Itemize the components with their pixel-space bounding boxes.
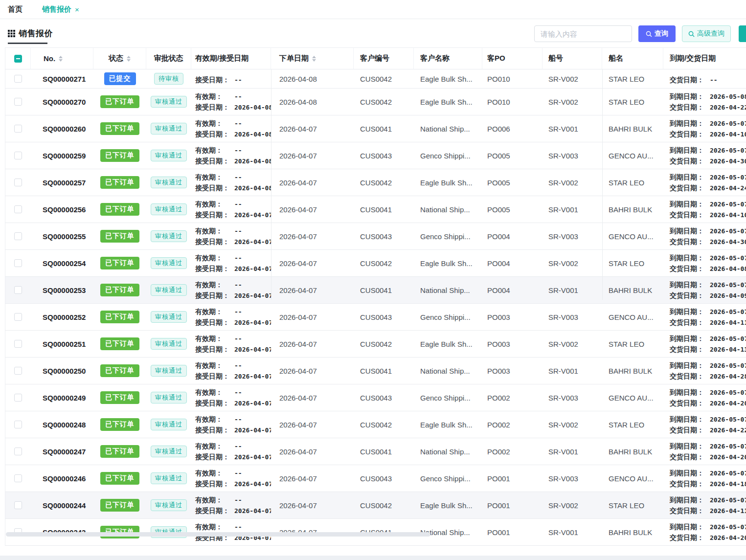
order-date-cell: 2026-04-07 <box>271 179 354 187</box>
table-cell: 有效期：--接受日期：2026-04-08 <box>191 146 271 166</box>
table-row[interactable]: SQ00000250已下订单审核通过有效期：--接受日期：2026-04-072… <box>5 358 746 384</box>
header-validity: 有效期/接受日期 <box>191 48 271 69</box>
row-checkbox[interactable] <box>14 232 22 240</box>
row-checkbox[interactable] <box>14 179 22 186</box>
date-value: 2026-04-11 <box>710 318 746 327</box>
date-line: 接受日期：2026-04-07 <box>195 372 271 381</box>
table-row[interactable]: SQ00000253已下订单审核通过有效期：--接受日期：2026-04-072… <box>5 277 746 304</box>
query-button[interactable]: 查询 <box>638 25 676 42</box>
date-label: 交货日期： <box>670 372 705 381</box>
row-checkbox[interactable] <box>14 125 22 133</box>
table-row[interactable]: SQ00000244已下订单审核通过有效期：--接受日期：2026-04-072… <box>5 492 746 519</box>
row-checkbox[interactable] <box>14 313 22 321</box>
table-cell: 审核通过 <box>146 311 191 323</box>
date-value: 2026-05-07 <box>710 442 746 451</box>
row-checkbox[interactable] <box>14 448 22 455</box>
date-label: 有效期： <box>195 334 229 343</box>
date-label: 到期日期： <box>670 200 705 209</box>
row-checkbox[interactable] <box>14 286 22 294</box>
sort-icon[interactable] <box>127 56 131 62</box>
date-label: 到期日期： <box>670 146 705 155</box>
clipped-action-button[interactable] <box>739 25 746 42</box>
table-row[interactable]: SQ00000247已下订单审核通过有效期：--接受日期：2026-04-072… <box>5 438 746 465</box>
status-badge: 已下订单 <box>100 472 139 485</box>
row-checkbox[interactable] <box>14 367 22 375</box>
approval-badge: 审核通过 <box>151 365 187 377</box>
table-cell: 到期日期：2026-05-07交货日期：2026-04-20 <box>663 388 746 408</box>
row-checkbox[interactable] <box>14 394 22 402</box>
table-cell <box>5 474 31 482</box>
row-checkbox[interactable] <box>14 340 22 348</box>
page-bottom-background <box>0 556 746 560</box>
quote-no-cell: SQ00000270 <box>31 98 93 106</box>
date-line: 交货日期：2026-04-20 <box>670 399 746 408</box>
customer-po-cell: PO003 <box>482 367 543 375</box>
header-status[interactable]: 状态 <box>93 48 146 69</box>
date-line: 到期日期：2026-05-07 <box>670 442 746 451</box>
table-cell: 已下订单 <box>93 284 146 296</box>
select-all-checkbox[interactable] <box>14 55 22 63</box>
row-checkbox[interactable] <box>14 75 22 83</box>
customer-po-cell: PO010 <box>482 98 543 106</box>
customer-po-cell: PO002 <box>482 421 543 429</box>
table-row[interactable]: SQ00000249已下订单审核通过有效期：--接受日期：2026-04-072… <box>5 384 746 411</box>
date-pair: 有效期：--接受日期：2026-04-07 <box>195 226 271 246</box>
row-checkbox[interactable] <box>14 501 22 509</box>
date-label: 有效期： <box>195 388 229 397</box>
search-input[interactable] <box>534 25 632 42</box>
row-checkbox[interactable] <box>14 98 22 106</box>
date-line: 有效期：-- <box>195 146 271 155</box>
customer-no-cell: CUS0043 <box>354 474 414 483</box>
date-label: 到期日期： <box>670 334 705 343</box>
table-row[interactable]: SQ00000255已下订单审核通过有效期：--接受日期：2026-04-072… <box>5 223 746 250</box>
table-cell: 已下订单 <box>93 499 146 512</box>
date-line: 到期日期：2026-05-07 <box>670 388 746 397</box>
row-checkbox[interactable] <box>14 205 22 213</box>
date-line: 交货日期：2026-04-11 <box>670 506 746 515</box>
date-line: 有效期：-- <box>195 442 271 451</box>
date-value: 2026-05-07 <box>710 361 746 370</box>
sort-icon[interactable] <box>59 56 63 62</box>
header-order-date[interactable]: 下单日期 <box>271 48 354 69</box>
row-checkbox[interactable] <box>14 152 22 159</box>
date-line: 接受日期：2026-04-07 <box>195 345 271 354</box>
date-label: 有效期： <box>195 415 229 424</box>
table-row[interactable]: SQ00000248已下订单审核通过有效期：--接受日期：2026-04-072… <box>5 411 746 438</box>
date-label: 到期日期： <box>670 388 705 397</box>
header-no[interactable]: No. <box>31 48 93 69</box>
table-row[interactable]: SQ00000252已下订单审核通过有效期：--接受日期：2026-04-072… <box>5 304 746 331</box>
date-value: -- <box>234 469 242 478</box>
advanced-query-button[interactable]: 高级查询 <box>682 25 731 42</box>
table-row[interactable]: SQ00000254已下订单审核通过有效期：--接受日期：2026-04-072… <box>5 250 746 277</box>
table-row[interactable]: SQ00000260已下订单审核通过有效期：--接受日期：2026-04-082… <box>5 115 746 142</box>
row-checkbox[interactable] <box>14 474 22 482</box>
fixed-column-divider <box>602 69 603 300</box>
date-line: 接受日期：2026-04-07 <box>195 318 271 327</box>
table-row[interactable]: SQ00000271已提交待审核有效期：--接受日期：--2026-04-08C… <box>5 69 746 89</box>
row-checkbox[interactable] <box>14 421 22 428</box>
date-line: 交货日期：2026-04-22 <box>670 426 746 435</box>
tab-close-icon[interactable]: × <box>75 6 79 13</box>
date-value: 2026-05-07 <box>710 388 746 397</box>
date-label: 接受日期： <box>195 130 229 139</box>
sort-icon[interactable] <box>312 56 316 62</box>
tab-home[interactable]: 首页 <box>8 5 23 14</box>
customer-no-cell: CUS0043 <box>354 313 414 321</box>
table-row[interactable]: SQ00000270已下订单审核通过有效期：--接受日期：2026-04-082… <box>5 89 746 115</box>
customer-po-cell: PO001 <box>482 474 543 483</box>
horizontal-scrollbar-thumb[interactable] <box>6 532 430 537</box>
row-checkbox[interactable] <box>14 259 22 267</box>
date-line: 到期日期：2026-05-07 <box>670 200 746 209</box>
date-line: 有效期：-- <box>195 119 271 128</box>
table-row[interactable]: SQ00000256已下订单审核通过有效期：--接受日期：2026-04-072… <box>5 196 746 223</box>
tab-sales-quotation[interactable]: 销售报价 × <box>42 5 79 14</box>
date-line: 交货日期：2026-04-09 <box>670 291 746 300</box>
customer-name-cell: Genco Shippi... <box>414 394 482 402</box>
table-row[interactable]: SQ00000251已下订单审核通过有效期：--接受日期：2026-04-072… <box>5 331 746 358</box>
date-line: 有效期：-- <box>195 522 271 532</box>
table-row[interactable]: SQ00000257已下订单审核通过有效期：--接受日期：2026-04-082… <box>5 169 746 196</box>
table-cell: 审核通过 <box>146 96 191 108</box>
table-row[interactable]: SQ00000246已下订单审核通过有效期：--接受日期：2026-04-072… <box>5 465 746 492</box>
table-row[interactable]: SQ00000259已下订单审核通过有效期：--接受日期：2026-04-082… <box>5 142 746 169</box>
customer-name-cell: National Ship... <box>414 286 482 294</box>
